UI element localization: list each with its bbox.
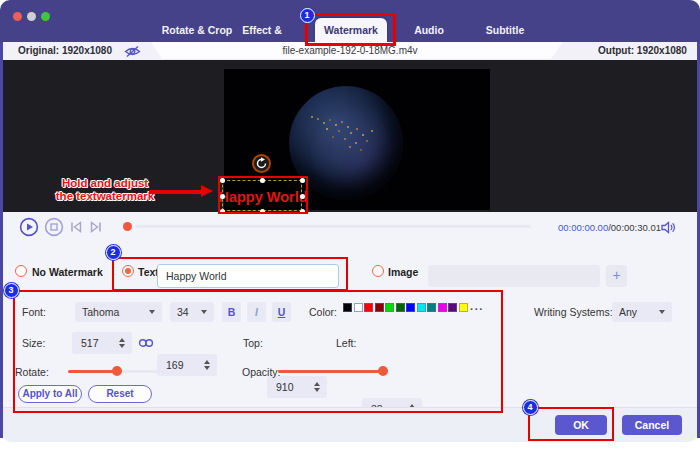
apply-to-all-button[interactable]: Apply to All (18, 385, 82, 403)
rotate-arrow-icon (254, 156, 269, 171)
stepper-arrows[interactable] (119, 332, 125, 354)
writing-systems-dropdown[interactable]: Any (612, 302, 672, 322)
tab-watermark[interactable]: Watermark (315, 18, 387, 42)
resize-handle[interactable] (300, 194, 305, 199)
top-stepper[interactable]: 910 (267, 376, 327, 398)
color-swatch[interactable] (354, 303, 363, 312)
color-swatch[interactable] (438, 303, 447, 312)
stop-button[interactable] (44, 217, 64, 237)
minimize-window-button[interactable] (27, 12, 36, 21)
reset-button[interactable]: Reset (88, 385, 152, 403)
ok-button[interactable]: OK (555, 415, 607, 435)
color-swatch[interactable] (417, 303, 426, 312)
tab-subtitle[interactable]: Subtitle (480, 22, 530, 38)
font-size-value: 34 (177, 306, 189, 318)
watermark-rotate-handle[interactable] (252, 154, 271, 173)
watermark-image-input[interactable] (428, 265, 600, 287)
close-window-button[interactable] (13, 12, 22, 21)
font-family-value: Tahoma (82, 306, 119, 318)
no-watermark-label: No Watermark (32, 266, 103, 278)
width-stepper[interactable]: 517 (72, 332, 132, 354)
color-label: Color: (309, 306, 337, 318)
annotation-step4-badge: 4 (523, 400, 538, 415)
color-swatch[interactable] (385, 303, 394, 312)
color-swatch[interactable] (406, 303, 415, 312)
annotation-arrow-head (201, 185, 213, 197)
color-swatch[interactable] (396, 303, 405, 312)
color-swatch[interactable] (427, 303, 436, 312)
time-total: /00:00:30.01 (608, 222, 661, 233)
resize-handle[interactable] (220, 194, 225, 199)
width-value: 517 (81, 337, 99, 349)
watermark-overlay-text: Happy World (223, 181, 303, 212)
color-swatch[interactable] (375, 303, 384, 312)
resize-handle[interactable] (300, 178, 305, 183)
chevron-down-icon (201, 310, 207, 314)
text-watermark-radio[interactable] (122, 265, 134, 277)
video-preview-stage: Happy World Hold and adjust the textwate… (3, 60, 697, 212)
height-stepper[interactable]: 169 (157, 354, 217, 376)
stepper-arrows[interactable] (204, 354, 210, 376)
tab-rotate-crop[interactable]: Rotate & Crop (160, 22, 234, 38)
text-watermark-label: Text (138, 266, 159, 278)
bold-button[interactable]: B (222, 302, 241, 322)
rotate-slider-thumb[interactable] (112, 366, 122, 376)
writing-systems-value: Any (619, 306, 637, 318)
annotation-step2-badge: 2 (106, 245, 121, 260)
earth-night-image (289, 86, 403, 200)
cancel-button[interactable]: Cancel (622, 415, 682, 435)
chevron-down-icon (659, 310, 665, 314)
stepper-arrows[interactable] (314, 376, 320, 398)
timeline-track[interactable] (135, 225, 531, 228)
resize-handle[interactable] (260, 178, 265, 183)
top-label: Top: (243, 337, 263, 349)
annotation-step1-badge: 1 (300, 8, 315, 23)
previous-frame-button[interactable] (69, 220, 83, 234)
color-swatches (343, 303, 468, 312)
chevron-down-icon (149, 310, 155, 314)
annotation-step3-badge: 3 (4, 283, 19, 298)
annotation-arrow (149, 190, 201, 194)
opacity-slider-track[interactable] (278, 370, 387, 373)
font-label: Font: (22, 306, 46, 318)
next-frame-button[interactable] (89, 220, 103, 234)
no-watermark-radio[interactable] (15, 265, 27, 277)
font-family-dropdown[interactable]: Tahoma (75, 302, 162, 322)
font-size-dropdown[interactable]: 34 (170, 302, 214, 322)
watermark-text-input[interactable] (157, 264, 339, 288)
underline-button[interactable]: U (272, 302, 291, 322)
color-swatch[interactable] (364, 303, 373, 312)
size-label: Size: (22, 337, 45, 349)
opacity-label: Opacity: (242, 366, 281, 378)
height-value: 169 (166, 359, 184, 371)
time-current: 00:00:00.00 (558, 222, 608, 233)
watermark-selection-box[interactable]: Happy World (222, 180, 302, 211)
output-resolution-label: Output: 1920x1080 (598, 42, 687, 60)
play-button[interactable] (19, 217, 39, 237)
image-watermark-label: Image (388, 266, 418, 278)
color-swatch[interactable] (459, 303, 468, 312)
image-watermark-radio[interactable] (372, 265, 384, 277)
link-dimensions-icon[interactable] (138, 338, 154, 348)
rotate-label: Rotate: (15, 366, 49, 378)
color-swatch[interactable] (343, 303, 352, 312)
tab-audio[interactable]: Audio (406, 22, 452, 38)
resize-handle[interactable] (220, 178, 225, 183)
watermark-editor-window: Rotate & Crop Effect & Filter Watermark … (0, 0, 700, 449)
rotate-slider-fill (68, 370, 117, 373)
color-swatch[interactable] (448, 303, 457, 312)
window-frame-left (0, 42, 3, 438)
title-bar: Rotate & Crop Effect & Filter Watermark … (0, 0, 700, 42)
add-image-button[interactable]: + (606, 265, 627, 287)
time-display: 00:00:00.00/00:00:30.01 (558, 222, 654, 233)
top-value: 910 (276, 381, 294, 393)
timeline-playhead[interactable] (123, 222, 132, 231)
left-label: Left: (336, 337, 356, 349)
more-colors-button[interactable]: ··· (470, 303, 484, 315)
maximize-window-button[interactable] (41, 12, 50, 21)
volume-icon[interactable] (660, 220, 677, 235)
italic-button[interactable]: I (247, 302, 266, 322)
writing-systems-label: Writing Systems: (534, 306, 613, 318)
opacity-slider-thumb[interactable] (378, 366, 388, 376)
file-name: file-example-192-0-18MG.m4v (3, 42, 697, 60)
